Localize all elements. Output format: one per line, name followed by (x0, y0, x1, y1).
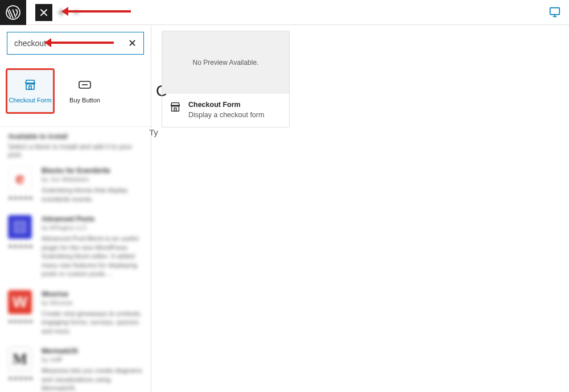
block-preview-card: No Preview Available. Checkout Form Disp… (162, 31, 290, 127)
editor-canvas: C Ty No Preview Available. Checkout Form… (151, 25, 569, 392)
annotation-arrow (46, 42, 114, 44)
editor-topbar: + (0, 0, 569, 25)
plugin-thumb (8, 215, 32, 239)
svg-rect-2 (29, 86, 31, 89)
block-label: Buy Button (69, 97, 100, 104)
preview-block-title: Checkout Form (188, 101, 264, 109)
install-subheading: Select a block to install and add it to … (8, 143, 143, 159)
preview-placeholder: No Preview Available. (162, 31, 289, 94)
plugin-title: Woorise (42, 290, 143, 298)
plugin-author: by nefff (42, 356, 143, 363)
preview-block-description: Display a checkout form (188, 111, 264, 119)
plugin-title: Advanced Posts (42, 215, 143, 223)
plugin-author: by bPlugins LLC (42, 224, 143, 231)
wordpress-icon (6, 5, 20, 20)
close-icon: ✕ (128, 37, 137, 49)
wordpress-logo[interactable] (0, 0, 26, 25)
close-inserter-button[interactable] (35, 4, 52, 21)
plugin-description: Gutenberg blocks that display eventbrite… (42, 186, 143, 204)
block-label: Checkout Form (9, 97, 51, 104)
plugin-thumb: W (8, 290, 32, 314)
block-search-results: Checkout Form Buy Button (0, 61, 151, 127)
plugin-author: by Woorise (42, 299, 143, 306)
store-icon (169, 101, 182, 113)
svg-rect-1 (550, 8, 560, 15)
install-item[interactable]: M ★★★★★ MermaidJS by nefff Merpress lets… (8, 347, 143, 392)
close-icon (39, 8, 48, 17)
plugin-description: Advanced Post Block is an useful plugin … (42, 234, 143, 279)
install-item[interactable]: e ★★★★★ Blocks for Eventbrite by Jon Wal… (8, 167, 143, 204)
plugin-description: Create viral giveaways & contests, engag… (42, 310, 143, 336)
store-icon (23, 78, 37, 92)
preview-desktop-button[interactable] (549, 6, 561, 20)
block-buy-button[interactable]: Buy Button (60, 68, 109, 114)
block-inserter-panel: ✕ Checkout Form (0, 25, 151, 392)
block-checkout-form[interactable]: Checkout Form (6, 68, 55, 114)
annotation-arrow (63, 10, 131, 13)
plugin-title: MermaidJS (42, 347, 143, 355)
plugin-title: Blocks for Eventbrite (42, 167, 143, 175)
install-item[interactable]: W ★★★★★ Woorise by Woorise Create viral … (8, 290, 143, 336)
desktop-icon (549, 6, 561, 18)
rating-stars: ★★★★★ (8, 244, 34, 249)
plugin-author: by Jon Waldstein (42, 176, 143, 183)
plugin-description: Merpress lets you create diagrams and vi… (42, 366, 143, 392)
install-heading: Available to install (8, 133, 143, 141)
available-to-install-section: Available to install Select a block to i… (0, 127, 151, 392)
rating-stars: ★★★★★ (8, 195, 34, 201)
plugin-thumb: e (8, 167, 32, 191)
svg-rect-9 (174, 108, 176, 112)
rating-stars: ★★★★★ (8, 319, 34, 324)
clear-search-button[interactable]: ✕ (125, 36, 139, 50)
button-icon (79, 81, 91, 89)
plugin-thumb: M (8, 347, 32, 371)
rating-stars: ★★★★★ (8, 376, 34, 381)
install-item[interactable]: ★★★★★ Advanced Posts by bPlugins LLC Adv… (8, 215, 143, 279)
